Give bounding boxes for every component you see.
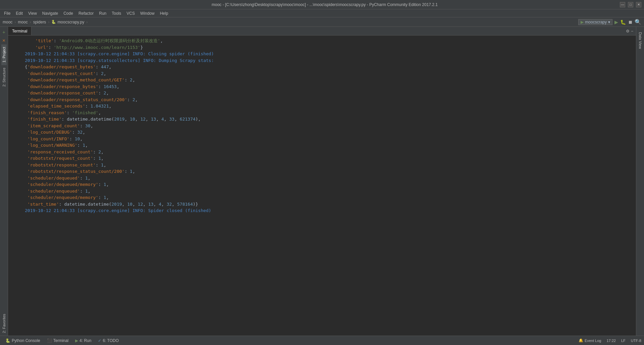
menu-navigate[interactable]: Navigate [40, 10, 61, 16]
event-log-button[interactable]: 🔔 Event Log [579, 338, 601, 343]
menu-view[interactable]: View [25, 10, 40, 16]
bottom-toolbar: 🐍 Python Console ⬛ Terminal ▶ 4: Run ✓ 6… [0, 336, 644, 345]
settings-icon[interactable]: ⚙ [626, 29, 630, 33]
window-controls[interactable]: — □ ✕ [620, 2, 641, 7]
maximize-button[interactable]: □ [628, 2, 633, 7]
terminal-line: 'url': 'http://www.imooc.com/learn/1153'… [25, 44, 633, 51]
title-bar: mooc - [C:\Users\zhong\Desktop\scrapy\mo… [0, 0, 644, 9]
sidebar-tab-structure[interactable]: 2: Structure [1, 65, 7, 89]
terminal-line: 2019-10-12 21:04:33 [scrapy.statscollect… [25, 57, 633, 64]
terminal-line: 'robotstxt/response_count': 1, [25, 162, 633, 168]
event-log-icon: 🔔 [579, 338, 583, 343]
terminal-line: 'log_count/DEBUG': 32, [25, 129, 633, 136]
breadcrumb-mooc2[interactable]: mooc [18, 20, 28, 24]
run-config-dropdown[interactable]: ▶ moocscrapy ▾ [578, 19, 612, 25]
sidebar-tab-project[interactable]: 1: Project [1, 44, 7, 65]
menu-edit[interactable]: Edit [13, 10, 25, 16]
terminal-tab[interactable]: Terminal [8, 27, 32, 35]
breadcrumb-file[interactable]: moocscrapy.py [57, 20, 84, 24]
terminal-line: 'scheduler/dequeued/memory': 1, [25, 181, 633, 188]
terminal-line: 'finish_reason': 'finished', [25, 110, 633, 116]
terminal-line: 'log_count/WARNING': 1, [25, 142, 633, 149]
menu-help[interactable]: Help [157, 10, 171, 16]
terminal-line: 'start_time': datetime.datetime(2019, 10… [25, 201, 633, 208]
sep4: › [86, 20, 88, 24]
terminal-line: 'downloader/response_bytes': 16453, [25, 83, 633, 90]
terminal-line: 'scheduler/enqueued/memory': 1, [25, 194, 633, 201]
menu-window[interactable]: Window [138, 10, 157, 16]
add-icon[interactable]: + [2, 28, 5, 36]
menu-tools[interactable]: Tools [109, 10, 124, 16]
event-log-label: Event Log [585, 339, 601, 343]
right-tab-dataview[interactable]: Data View [638, 29, 643, 52]
breadcrumb-spiders[interactable]: spiders [33, 20, 46, 24]
bottom-right-status: 🔔 Event Log 17:22 LF UTF-8 [579, 338, 641, 343]
run-config-name: moocscrapy [585, 20, 607, 24]
run-config-icon: ▶ [581, 20, 584, 24]
time-display: 17:22 [606, 339, 616, 343]
file-icon: 🐍 [51, 20, 56, 24]
terminal-line: 'finish_time': datetime.datetime(2019, 1… [25, 116, 633, 123]
remove-icon[interactable]: ✕ [2, 36, 5, 44]
menu-code[interactable]: Code [61, 10, 76, 16]
run-button[interactable]: ▶ [614, 19, 618, 25]
terminal-line: 'scheduler/dequeued': 1, [25, 175, 633, 182]
sep2: › [30, 20, 31, 24]
terminal-line: 'elapsed_time_seconds': 1.04321, [25, 103, 633, 110]
run-controls: ▶ moocscrapy ▾ ▶ 🐛 ⏹ 🔍 [578, 19, 641, 25]
minimize-panel-icon[interactable]: − [631, 29, 633, 33]
terminal-line: 2019-10-12 21:04:33 [scrapy.core.engine]… [25, 207, 633, 214]
right-sidebar: Data View [636, 27, 644, 336]
terminal-line: 'downloader/response_count': 2, [25, 90, 633, 96]
run-icon-bottom: ▶ [75, 338, 78, 343]
terminal-line: 'robotstxt/request_count': 1, [25, 155, 633, 162]
run-label: 4: Run [79, 338, 91, 343]
menu-refactor[interactable]: Refactor [76, 10, 96, 16]
terminal-line: 'downloader/request_count': 2, [25, 70, 633, 77]
menu-file[interactable]: File [1, 10, 13, 16]
line-ending-display[interactable]: LF [621, 339, 626, 343]
sep3: › [48, 20, 49, 24]
breadcrumb-mooc1[interactable]: mooc [3, 20, 12, 24]
terminal-line: 'response_received_count': 2, [25, 149, 633, 155]
python-icon: 🐍 [5, 338, 10, 343]
python-console-label: Python Console [12, 338, 40, 343]
terminal-icon: ⬛ [47, 338, 52, 343]
terminal-area: Terminal ⚙ − 'title': 'Android9.0动态运行时权限… [8, 27, 636, 336]
terminal-button[interactable]: ⬛ Terminal [44, 338, 71, 344]
run-button-bottom[interactable]: ▶ 4: Run [72, 338, 94, 344]
left-sidebar: + ✕ 1: Project 2: Structure 2: Favorites [0, 27, 8, 336]
encoding-display[interactable]: UTF-8 [631, 339, 641, 343]
todo-label: 6: TODO [103, 338, 119, 343]
main-layout: + ✕ 1: Project 2: Structure 2: Favorites… [0, 27, 644, 336]
terminal-line: {'downloader/request_bytes': 447, [25, 64, 633, 70]
terminal-line: 2019-10-12 21:04:33 [scrapy.core.engine]… [25, 51, 633, 57]
todo-button[interactable]: ✓ 6: TODO [95, 338, 121, 344]
menu-run[interactable]: Run [96, 10, 109, 16]
window-title: mooc - [C:\Users\zhong\Desktop\scrapy\mo… [30, 2, 620, 7]
menu-bar: File Edit View Navigate Code Refactor Ru… [0, 9, 644, 17]
terminal-line: 'log_count/INFO': 10, [25, 136, 633, 142]
sidebar-tab-favorites[interactable]: 2: Favorites [1, 311, 7, 336]
terminal-label: Terminal [53, 338, 68, 343]
python-console-button[interactable]: 🐍 Python Console [3, 338, 43, 344]
terminal-line: 'downloader/response_status_count/200': … [25, 96, 633, 103]
stop-button[interactable]: ⏹ [628, 19, 633, 25]
search-everywhere-button[interactable]: 🔍 [635, 19, 641, 25]
close-button[interactable]: ✕ [636, 2, 641, 7]
terminal-line: 'item_scraped_count': 30, [25, 123, 633, 129]
menu-vcs[interactable]: VCS [124, 10, 138, 16]
debug-button[interactable]: 🐛 [620, 19, 626, 25]
terminal-content[interactable]: 'title': 'Android9.0动态运行时权限源码分析及封装改造', '… [8, 36, 636, 336]
terminal-tab-label: Terminal [12, 29, 27, 33]
bottom-left-tools: 🐍 Python Console ⬛ Terminal ▶ 4: Run ✓ 6… [3, 338, 121, 344]
terminal-line: 'scheduler/enqueued': 1, [25, 188, 633, 195]
dropdown-arrow: ▾ [608, 20, 610, 24]
terminal-line: 'title': 'Android9.0动态运行时权限源码分析及封装改造', [25, 38, 633, 44]
terminal-tabs: Terminal ⚙ − [8, 27, 636, 36]
todo-icon: ✓ [98, 338, 101, 343]
terminal-tab-controls: ⚙ − [626, 29, 636, 33]
terminal-line: 'downloader/request_method_count/GET': 2… [25, 77, 633, 83]
minimize-button[interactable]: — [620, 2, 625, 7]
nav-bar: mooc › mooc › spiders › 🐍 moocscrapy.py … [0, 17, 644, 27]
